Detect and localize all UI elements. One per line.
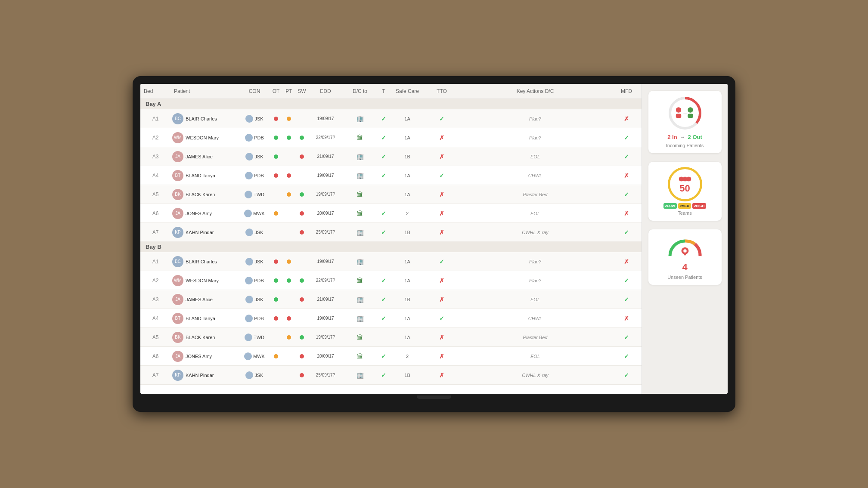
t-cell: ✓ xyxy=(377,228,390,237)
con-cell: JSK xyxy=(239,152,270,161)
incoming-widget: → 2 In → 2 Out Incoming Patients xyxy=(648,91,722,153)
bay-header: Bay B xyxy=(140,242,642,252)
pt-cell xyxy=(282,229,295,235)
patient-cell: BC BLAIR Charles xyxy=(170,255,239,268)
tto-cell: ✓ xyxy=(425,257,459,266)
con-badge: JSK xyxy=(245,371,263,379)
edd-cell: 22/09/17? xyxy=(308,134,343,141)
avatar: BK xyxy=(172,189,183,200)
patient-cell: BC BLAIR Charles xyxy=(170,112,239,125)
con-badge: JSK xyxy=(245,296,263,303)
patient-cell: KP KAHN Pindar xyxy=(170,369,239,382)
pt-cell xyxy=(282,278,295,284)
mfd-cell: ✓ xyxy=(611,190,642,199)
bed-cell: A2 xyxy=(140,277,170,284)
con-code: JSK xyxy=(254,297,263,302)
sw-cell xyxy=(295,297,308,303)
patient-name: WESDON Mary xyxy=(186,278,219,283)
sw-cell xyxy=(295,135,308,141)
patient-cell: JA JONES Amy xyxy=(170,350,239,363)
sw-cell xyxy=(295,353,308,359)
ot-cell xyxy=(270,173,282,179)
edd-cell: 20/09/17 xyxy=(308,210,343,216)
con-avatar xyxy=(244,352,252,360)
con-code: TWD xyxy=(254,192,264,197)
con-code: JSK xyxy=(254,259,263,264)
con-code: JSK xyxy=(254,116,263,121)
col-mfd: MFD xyxy=(611,86,642,97)
patient-name: JONES Amy xyxy=(186,354,212,359)
sw-cell xyxy=(295,372,308,378)
con-badge: JSK xyxy=(245,153,263,161)
con-avatar xyxy=(245,258,253,266)
t-cell: ✓ xyxy=(377,171,390,180)
safe-cell: 1A xyxy=(390,315,425,322)
avatar: WM xyxy=(172,132,183,143)
table-row: A5 BK BLACK Karen TWD 19/09/17? 🏛 1A ✗ xyxy=(140,185,642,204)
table-body: Bay A A1 BC BLAIR Charles JSK 19/09/17 🏢… xyxy=(140,99,642,385)
safe-cell: 1B xyxy=(390,229,425,236)
dc-cell: 🏛 xyxy=(343,352,377,361)
t-cell: ✓ xyxy=(377,114,390,123)
sw-cell xyxy=(295,154,308,160)
con-badge: MWK xyxy=(244,352,265,360)
con-code: JSK xyxy=(254,154,263,159)
teams-circle: 50 xyxy=(668,167,702,201)
mfd-cell: ✓ xyxy=(611,152,642,161)
svg-text:→: → xyxy=(682,111,688,117)
mfd-cell: ✗ xyxy=(611,209,642,218)
safe-cell: 1A xyxy=(390,334,425,341)
right-panel: → 2 In → 2 Out Incoming Patients xyxy=(642,84,728,394)
con-cell: PDB xyxy=(239,314,270,323)
patient-name: KAHN Pindar xyxy=(186,373,214,378)
ot-cell xyxy=(270,297,282,303)
dc-cell: 🏢 xyxy=(343,152,377,161)
badge-med: ≥MED xyxy=(678,203,691,209)
con-avatar xyxy=(245,191,252,198)
safe-cell: 1B xyxy=(390,296,425,303)
con-code: PDB xyxy=(254,173,264,178)
tto-cell: ✗ xyxy=(425,133,459,142)
dc-cell: 🏢 xyxy=(343,114,377,123)
key-action-cell: CWHL X-ray xyxy=(459,372,611,379)
col-con: CON xyxy=(239,86,270,97)
t-cell: ✓ xyxy=(377,352,390,361)
tv-stand xyxy=(140,395,728,399)
ot-cell xyxy=(270,154,282,160)
pt-cell xyxy=(282,154,295,160)
patient-name: BLAIR Charles xyxy=(186,259,217,264)
bed-cell: A4 xyxy=(140,172,170,179)
bed-cell: A7 xyxy=(140,371,170,379)
col-safecare: Safe Care xyxy=(390,86,425,97)
t-cell: ✓ xyxy=(377,371,390,380)
mfd-cell: ✓ xyxy=(611,352,642,361)
con-badge: PDB xyxy=(245,134,264,142)
con-badge: JSK xyxy=(245,258,263,266)
safe-cell: 2 xyxy=(390,210,425,217)
avatar: JA xyxy=(172,151,183,162)
key-action-cell: Plan? xyxy=(459,134,611,141)
con-cell: JSK xyxy=(239,228,270,237)
con-avatar xyxy=(245,115,253,123)
con-cell: JSK xyxy=(239,371,270,380)
incoming-arrow: → xyxy=(680,134,685,140)
con-avatar xyxy=(245,229,253,236)
unseen-widget: 4 Unseen Patients xyxy=(648,229,722,285)
t-cell: ✓ xyxy=(377,314,390,323)
key-action-cell: Plan? xyxy=(459,115,611,122)
pt-cell xyxy=(282,116,295,122)
mfd-cell: ✗ xyxy=(611,314,642,323)
tto-cell: ✓ xyxy=(425,114,459,123)
incoming-out: 2 Out xyxy=(688,134,702,140)
tto-cell: ✗ xyxy=(425,352,459,361)
dc-cell: 🏢 xyxy=(343,314,377,323)
pt-cell xyxy=(282,191,295,198)
avatar: BT xyxy=(172,170,183,181)
col-edd: EDD xyxy=(308,86,343,97)
ot-cell xyxy=(270,334,282,340)
key-action-cell: CHWL xyxy=(459,315,611,322)
avatar: JA xyxy=(172,208,183,219)
con-cell: TWD xyxy=(239,190,270,199)
svg-point-10 xyxy=(683,249,686,252)
ot-cell xyxy=(270,210,282,216)
